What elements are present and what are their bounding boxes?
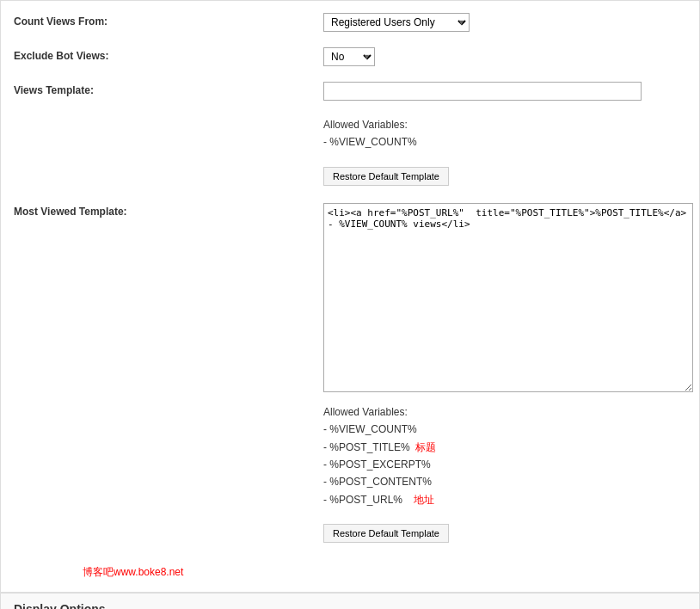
display-options-title: Display Options [14,602,686,609]
var-post-excerpt: - %POST_EXCERPT% [323,458,431,471]
restore-btn-2-wrap: Restore Default Template [323,520,686,548]
post-title-annotation: 标题 [415,441,436,453]
most-viewed-template-textarea[interactable]: <li><a href="%POST_URL%" title="%POST_TI… [323,203,693,392]
var-post-title: - %POST_TITLE% 标题 [323,441,436,453]
allowed-vars-2-heading: Allowed Variables: [323,406,408,418]
restore-btn-1-wrap: Restore Default Template [323,163,686,191]
count-views-label: Count Views From: [14,13,323,28]
watermark-row-1: 博客吧www.boke8.net [14,557,686,583]
exclude-bot-control: No Yes [323,47,686,66]
site-watermark-1: 博客吧www.boke8.net [83,565,183,580]
allowed-vars-1-heading: Allowed Variables: [323,119,408,131]
restore-btn-1-row: Restore Default Template [14,160,686,194]
count-views-control: Registered Users Only Everyone Logged In… [323,13,686,32]
views-template-row: Views Template: 热度 %VIEW_COUNT% 摄氏度 [14,78,686,104]
allowed-vars-2-text: Allowed Variables: - %VIEW_COUNT% - %POS… [323,403,686,508]
display-options-section: Display Options These options specify wh… [0,593,700,609]
allowed-vars-1-label [14,116,323,119]
view-count-var: - %VIEW_COUNT% [323,136,417,148]
settings-section: Count Views From: Registered Users Only … [0,0,700,593]
allowed-vars-2-row: Allowed Variables: - %VIEW_COUNT% - %POS… [14,400,686,515]
views-template-control: 热度 %VIEW_COUNT% 摄氏度 [323,82,686,101]
exclude-bot-select-wrapper: No Yes [323,47,375,66]
allowed-vars-1-row: Allowed Variables: - %VIEW_COUNT% [14,113,686,158]
views-template-label: Views Template: [14,82,323,96]
restore-btn-2-row: Restore Default Template [14,517,686,551]
most-viewed-row: Most Viewed Template: <li><a href="%POST… [14,203,686,395]
count-views-row: Count Views From: Registered Users Only … [14,9,686,35]
page-wrapper: Count Views From: Registered Users Only … [0,0,700,609]
restore-default-template-btn-1[interactable]: Restore Default Template [323,167,449,186]
allowed-vars-1-text: Allowed Variables: - %VIEW_COUNT% [323,116,686,151]
exclude-bot-label: Exclude Bot Views: [14,47,323,62]
allowed-vars-2-content: Allowed Variables: - %VIEW_COUNT% - %POS… [323,403,686,512]
var-post-url: - %POST_URL% 地址 [323,494,434,506]
restore-btn-1-spacer [14,163,323,166]
exclude-bot-select[interactable]: No Yes [323,47,375,66]
exclude-bot-row: Exclude Bot Views: No Yes [14,44,686,70]
var-view-count: - %VIEW_COUNT% [323,423,417,435]
count-views-select[interactable]: Registered Users Only Everyone Logged In… [323,13,470,32]
var-post-content: - %POST_CONTENT% [323,476,432,488]
allowed-vars-1-content: Allowed Variables: - %VIEW_COUNT% [323,116,686,155]
views-template-input[interactable]: 热度 %VIEW_COUNT% 摄氏度 [323,82,642,101]
post-url-annotation: 地址 [414,494,434,506]
restore-btn-2-spacer [14,520,323,523]
restore-default-template-btn-2[interactable]: Restore Default Template [323,524,449,543]
most-viewed-template-wrap: <li><a href="%POST_URL%" title="%POST_TI… [323,203,693,395]
allowed-vars-2-spacer [14,403,323,406]
most-viewed-label: Most Viewed Template: [14,203,323,218]
count-views-select-wrapper: Registered Users Only Everyone Logged In… [323,13,470,32]
